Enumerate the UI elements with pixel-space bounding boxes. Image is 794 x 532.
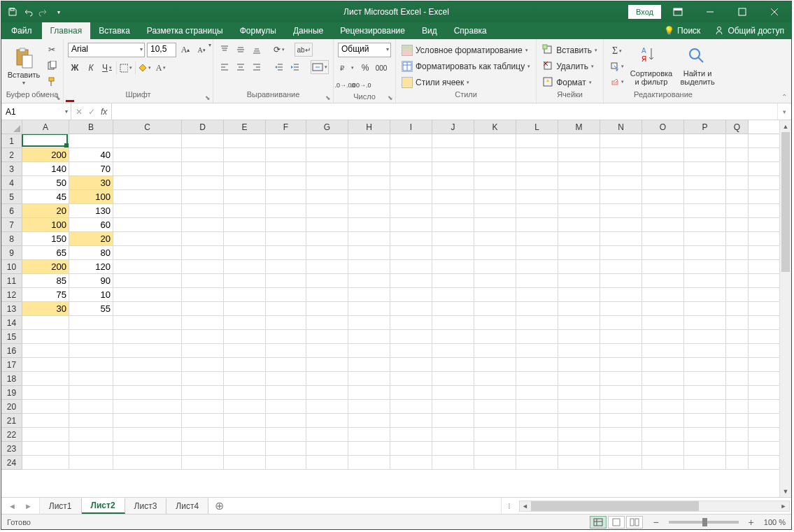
cell[interactable] xyxy=(182,274,224,287)
cell[interactable] xyxy=(182,386,224,399)
increase-indent-icon[interactable] xyxy=(288,60,302,74)
cell[interactable] xyxy=(432,302,474,315)
cell[interactable]: 85 xyxy=(22,274,69,287)
redo-icon[interactable] xyxy=(38,6,49,17)
sheet-tab[interactable]: Лист4 xyxy=(166,498,208,514)
cell[interactable] xyxy=(684,232,726,245)
cell[interactable] xyxy=(600,442,642,455)
cell[interactable]: 150 xyxy=(22,232,69,245)
cell[interactable] xyxy=(390,218,432,231)
cell[interactable] xyxy=(306,190,348,203)
cell[interactable] xyxy=(113,330,182,343)
row-header[interactable]: 6 xyxy=(1,204,22,218)
cell[interactable] xyxy=(266,148,306,161)
percent-icon[interactable]: % xyxy=(358,61,372,75)
row-header[interactable]: 20 xyxy=(1,400,22,414)
cell[interactable] xyxy=(558,302,600,315)
cell[interactable] xyxy=(390,330,432,343)
cell[interactable] xyxy=(348,134,390,148)
cell[interactable] xyxy=(516,176,558,189)
cell[interactable] xyxy=(306,428,348,441)
cell[interactable] xyxy=(113,246,182,259)
cell[interactable]: 75 xyxy=(22,288,69,301)
column-header[interactable]: G xyxy=(306,120,348,134)
cell[interactable] xyxy=(558,232,600,245)
cell[interactable] xyxy=(684,428,726,441)
cell[interactable] xyxy=(348,148,390,161)
cell[interactable] xyxy=(348,358,390,371)
cell[interactable] xyxy=(348,456,390,469)
cell[interactable] xyxy=(684,400,726,413)
bold-button[interactable]: Ж xyxy=(68,61,82,75)
cell[interactable] xyxy=(224,204,266,217)
cell[interactable] xyxy=(390,414,432,427)
cell[interactable] xyxy=(306,316,348,329)
merge-center-icon[interactable] xyxy=(311,60,329,74)
cell[interactable] xyxy=(642,330,684,343)
cut-icon[interactable]: ✂ xyxy=(45,43,59,57)
cell[interactable] xyxy=(600,316,642,329)
cell[interactable] xyxy=(390,442,432,455)
cell[interactable] xyxy=(516,442,558,455)
cell[interactable] xyxy=(726,204,749,217)
cell[interactable]: 50 xyxy=(22,176,69,189)
cell[interactable] xyxy=(684,330,726,343)
cell[interactable] xyxy=(474,162,516,175)
cell[interactable] xyxy=(642,414,684,427)
cell[interactable] xyxy=(306,246,348,259)
cell[interactable] xyxy=(684,274,726,287)
cell[interactable] xyxy=(390,372,432,385)
row-header[interactable]: 18 xyxy=(1,372,22,386)
cell[interactable] xyxy=(69,456,113,469)
cell[interactable] xyxy=(390,260,432,273)
cell[interactable]: 120 xyxy=(69,260,113,273)
cell[interactable] xyxy=(306,134,348,148)
cell[interactable] xyxy=(390,316,432,329)
cell[interactable] xyxy=(266,232,306,245)
column-header[interactable]: K xyxy=(474,120,516,134)
underline-button[interactable]: Ч xyxy=(100,61,114,75)
cell[interactable] xyxy=(432,386,474,399)
cell[interactable] xyxy=(348,400,390,413)
cell[interactable] xyxy=(182,176,224,189)
row-header[interactable]: 21 xyxy=(1,414,22,428)
column-header[interactable]: D xyxy=(182,120,224,134)
tab-данные[interactable]: Данные xyxy=(285,22,332,39)
row-header[interactable]: 5 xyxy=(1,190,22,204)
cell[interactable] xyxy=(432,246,474,259)
cell[interactable] xyxy=(348,260,390,273)
cell[interactable] xyxy=(182,428,224,441)
sheet-scroll-split[interactable]: ⁝ xyxy=(501,498,518,514)
cell[interactable] xyxy=(182,302,224,315)
zoom-in-button[interactable]: + xyxy=(746,517,757,528)
cell[interactable] xyxy=(726,148,749,161)
tab-формулы[interactable]: Формулы xyxy=(232,22,285,39)
cell[interactable] xyxy=(348,442,390,455)
maximize-icon[interactable] xyxy=(727,2,758,22)
cell[interactable] xyxy=(113,358,182,371)
select-all-button[interactable] xyxy=(1,120,22,134)
cell[interactable] xyxy=(348,274,390,287)
row-header[interactable]: 22 xyxy=(1,428,22,442)
cell[interactable] xyxy=(726,134,749,148)
cell[interactable] xyxy=(113,274,182,287)
orientation-icon[interactable]: ⟳ xyxy=(272,43,286,57)
cell[interactable] xyxy=(306,148,348,161)
cell[interactable] xyxy=(600,358,642,371)
sign-in-button[interactable]: Вход xyxy=(628,5,661,19)
cell[interactable] xyxy=(113,148,182,161)
cell[interactable] xyxy=(113,162,182,175)
cell[interactable] xyxy=(182,316,224,329)
cell[interactable]: 55 xyxy=(69,302,113,315)
row-header[interactable]: 17 xyxy=(1,358,22,372)
cell[interactable] xyxy=(182,456,224,469)
cell[interactable] xyxy=(600,218,642,231)
cell[interactable] xyxy=(684,260,726,273)
cell[interactable] xyxy=(684,456,726,469)
fill-icon[interactable] xyxy=(608,59,626,73)
find-select-button[interactable]: Найти и выделить xyxy=(676,41,718,90)
cell[interactable] xyxy=(266,288,306,301)
cell[interactable] xyxy=(642,274,684,287)
cell[interactable] xyxy=(432,232,474,245)
font-color-icon[interactable]: A xyxy=(154,61,168,75)
